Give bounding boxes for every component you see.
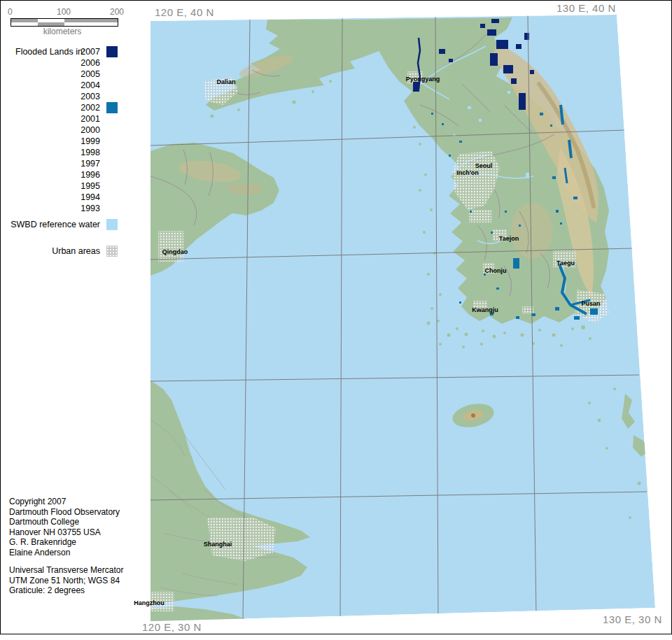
legend-year: 1993 [0,203,100,214]
legend-year: 1995 [0,180,100,192]
legend-year: 1997 [0,158,100,169]
credit-line: Dartmouth Flood Observatory [9,507,120,518]
city-label-kwangju: Kwangju [472,306,498,313]
credit-line: Dartmouth College [9,517,120,527]
credit-line: Copyright 2007 [9,497,120,507]
legend-year: 2000 [0,125,100,136]
legend-year: 2004 [0,80,100,91]
city-label-pusan: Pusan [581,300,600,307]
urban-shanghai [207,518,276,561]
credits-block: Copyright 2007 Dartmouth Flood Observato… [9,497,120,557]
legend-year-list: 2007 2006 2005 2004 2003 2002 2001 2000 … [0,46,100,214]
city-label-pyongyang: Pyongyang [406,76,440,83]
legend-swatch-urban-areas [106,246,118,257]
city-label-inchon: Inch'on [456,169,479,176]
legend-year: 2003 [0,91,100,102]
city-label-taejon: Taejon [499,235,519,242]
scale-bar-unit-label: kilometers [24,27,101,36]
scale-tick-200: 200 [110,7,124,17]
city-label-shanghai: Shanghai [204,541,232,548]
projection-line: Graticule: 2 degrees [9,585,123,596]
city-label-chonju: Chonju [485,267,507,274]
graticule-label-top-left: 120 E, 40 N [155,6,214,18]
legend-swatch-swbd-water [106,219,118,230]
legend-year: 2001 [0,113,100,125]
legend-year: 2002 [0,102,100,113]
city-label-hangzhou: Hangzhou [134,599,164,606]
graticule-label-top-right: 130 E, 40 N [556,2,616,14]
city-label-seoul: Seoul [475,162,493,169]
legend-swatch-2002 [106,102,118,113]
scale-tick-100: 100 [57,7,71,17]
graticule-label-bottom-right: 130 E, 30 N [603,613,662,625]
graticule-label-bottom-left: 120 E, 30 N [142,621,202,633]
city-label-taegu: Taegu [556,259,575,266]
legend-year: 1999 [0,136,100,147]
credit-line: Hanover NH 03755 USA [9,527,120,538]
scale-bar-graphic [10,18,118,27]
city-label-qingdao: Qingdao [162,248,188,255]
city-label-dalian: Dalian [216,78,235,85]
credit-line: G. R. Brakenridge [9,537,120,548]
urban-seoul-south [469,210,491,222]
legend-swatch-2007 [106,46,118,57]
projection-info-block: Universal Transverse Mercator UTM Zone 5… [9,565,123,596]
legend-year: 2007 [0,46,100,57]
legend-year: 1996 [0,169,100,180]
legend-urban-label: Urban areas [0,246,100,256]
legend-year: 2005 [0,69,100,80]
legend-year: 2006 [0,57,100,69]
credit-line: Elaine Anderson [9,548,120,558]
urban-qingdao [158,231,183,262]
legend-year: 1998 [0,147,100,158]
scale-tick-0: 0 [8,7,13,17]
legend-year: 1994 [0,192,100,203]
map-page: Dalian Pyongyang Seoul Inch'on Taejon Ch… [0,0,672,640]
legend-swbd-label: SWBD reference water [0,220,100,229]
projection-line: UTM Zone 51 North; WGS 84 [9,576,123,586]
projection-line: Universal Transverse Mercator [9,565,123,576]
